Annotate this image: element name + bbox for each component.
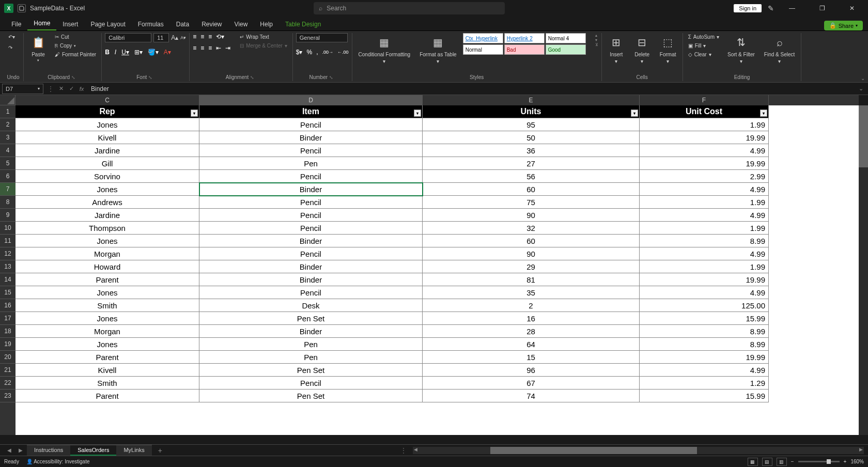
cell[interactable]: Pen <box>199 338 423 351</box>
insert-cells-button[interactable]: ⊞Insert▾ <box>605 33 628 65</box>
cell[interactable]: 1.29 <box>640 377 769 390</box>
cell[interactable]: Parent <box>16 273 199 286</box>
row-header-1[interactable]: 1 <box>0 105 16 118</box>
cell[interactable]: Howard <box>16 260 199 273</box>
row-header-3[interactable]: 3 <box>0 131 16 144</box>
cell[interactable]: 32 <box>423 222 640 235</box>
cell[interactable]: 35 <box>423 286 640 299</box>
signin-button[interactable]: Sign in <box>734 4 762 12</box>
scroll-left-icon[interactable]: ◀ <box>414 447 417 452</box>
cell[interactable]: Binder <box>199 325 423 338</box>
format-painter-button[interactable]: 🖌Format Painter <box>53 51 98 58</box>
row-header-22[interactable]: 22 <box>0 377 16 390</box>
cell[interactable]: 19.99 <box>640 351 769 364</box>
fill-color-button[interactable]: 🪣▾ <box>148 49 159 56</box>
cell[interactable]: 1.99 <box>640 196 769 209</box>
cell[interactable]: Jones <box>16 118 199 131</box>
cell[interactable]: Morgan <box>16 247 199 260</box>
cell[interactable]: Pencil <box>199 144 423 157</box>
cell[interactable]: 19.99 <box>640 273 769 286</box>
cell[interactable]: Kivell <box>16 131 199 144</box>
close-button[interactable]: ✕ <box>840 0 864 17</box>
style-normal[interactable]: Normal <box>463 44 503 55</box>
cell[interactable]: 1.99 <box>640 118 769 131</box>
cell[interactable]: Pencil <box>199 377 423 390</box>
gallery-more-icon[interactable]: ⊻ <box>595 42 598 47</box>
sheet-tab-salesorders[interactable]: SalesOrders <box>70 445 116 456</box>
cell[interactable]: Jones <box>16 183 199 196</box>
row-header-9[interactable]: 9 <box>0 209 16 222</box>
gallery-up-icon[interactable]: ▴ <box>595 33 598 38</box>
cell[interactable]: 125.00 <box>640 299 769 312</box>
align-center-icon[interactable]: ≡ <box>200 44 204 52</box>
cell-styles-gallery[interactable]: Ctx_Hyperlink Hyperlink 2 Normal 4 Norma… <box>463 33 592 55</box>
find-select-button[interactable]: ⌕Find & Select▾ <box>761 33 798 65</box>
cell[interactable]: 81 <box>423 273 640 286</box>
percent-button[interactable]: % <box>307 49 313 56</box>
column-header-C[interactable]: C <box>16 95 199 105</box>
row-header-14[interactable]: 14 <box>0 273 16 286</box>
underline-button[interactable]: U▾ <box>121 49 129 56</box>
italic-button[interactable]: I <box>115 49 116 56</box>
cell[interactable]: 36 <box>423 144 640 157</box>
cell[interactable]: Pencil <box>199 286 423 299</box>
cancel-formula-icon[interactable]: ✕ <box>56 84 66 94</box>
cell[interactable]: 75 <box>423 196 640 209</box>
zoom-slider[interactable] <box>798 461 840 462</box>
cell[interactable]: Jones <box>16 286 199 299</box>
zoom-level[interactable]: 160% <box>850 459 864 464</box>
cell[interactable]: 15 <box>423 351 640 364</box>
copy-button[interactable]: ⎘Copy▾ <box>53 42 98 50</box>
cell[interactable]: Pencil <box>199 209 423 222</box>
merge-center-button[interactable]: ⊟Merge & Center▾ <box>238 42 289 50</box>
cell[interactable]: Binder <box>199 273 423 286</box>
cell[interactable]: Jones <box>16 235 199 247</box>
cell[interactable]: Jones <box>16 338 199 351</box>
cell[interactable]: 28 <box>423 325 640 338</box>
cell[interactable]: Pen Set <box>199 312 423 325</box>
border-button[interactable]: ⊞▾ <box>134 49 143 56</box>
sheet-nav-prev[interactable]: ◀ <box>4 447 14 453</box>
row-header-2[interactable]: 2 <box>0 118 16 131</box>
row-header-10[interactable]: 10 <box>0 222 16 235</box>
normal-view-icon[interactable]: ▦ <box>748 458 758 466</box>
increase-decimal-icon[interactable]: .00→ <box>322 50 334 55</box>
cell[interactable]: 1.99 <box>640 260 769 273</box>
cell[interactable]: 4.99 <box>640 183 769 196</box>
font-color-button[interactable]: A▾ <box>164 49 171 56</box>
align-bottom-icon[interactable]: ≡ <box>208 33 212 40</box>
ribbon-tab-data[interactable]: Data <box>170 18 195 30</box>
number-format-select[interactable]: General <box>296 33 348 42</box>
ribbon-tab-insert[interactable]: Insert <box>56 18 84 30</box>
sheet-tab-instructions[interactable]: Instructions <box>27 445 70 456</box>
cell[interactable]: Pencil <box>199 222 423 235</box>
page-break-view-icon[interactable]: ▥ <box>777 458 787 466</box>
row-header-16[interactable]: 16 <box>0 299 16 312</box>
expand-formula-icon[interactable]: ⌄ <box>856 84 866 94</box>
dialog-launcher-icon[interactable]: ⤡ <box>148 75 154 80</box>
ribbon-tab-view[interactable]: View <box>228 18 254 30</box>
cell[interactable]: 4.99 <box>640 209 769 222</box>
cell[interactable]: Desk <box>199 299 423 312</box>
cell[interactable]: 15.99 <box>640 390 769 402</box>
cell[interactable]: Binder <box>199 131 423 144</box>
format-cells-button[interactable]: ⬚Format▾ <box>657 33 679 65</box>
coming-soon-icon[interactable]: ✎ <box>768 4 774 12</box>
cell[interactable]: Pen <box>199 157 423 170</box>
scroll-right-icon[interactable]: ▶ <box>859 447 863 452</box>
scroll-thumb[interactable] <box>490 447 697 454</box>
dialog-launcher-icon[interactable]: ⤡ <box>250 75 256 80</box>
cell[interactable]: Pencil <box>199 170 423 183</box>
cell[interactable]: Thompson <box>16 222 199 235</box>
cell[interactable]: Morgan <box>16 325 199 338</box>
wrap-text-button[interactable]: ↵Wrap Text <box>238 33 289 41</box>
cell[interactable]: Jardine <box>16 144 199 157</box>
accessibility-status[interactable]: 👤 Accessibility: Investigate <box>26 459 90 464</box>
row-header-15[interactable]: 15 <box>0 286 16 299</box>
cell[interactable]: Sorvino <box>16 170 199 183</box>
cell[interactable]: 19.99 <box>640 131 769 144</box>
row-header-19[interactable]: 19 <box>0 338 16 351</box>
decrease-indent-icon[interactable]: ⇤ <box>216 44 221 52</box>
style-hyperlink2[interactable]: Hyperlink 2 <box>504 33 545 43</box>
delete-cells-button[interactable]: ⊟Delete▾ <box>631 33 654 65</box>
